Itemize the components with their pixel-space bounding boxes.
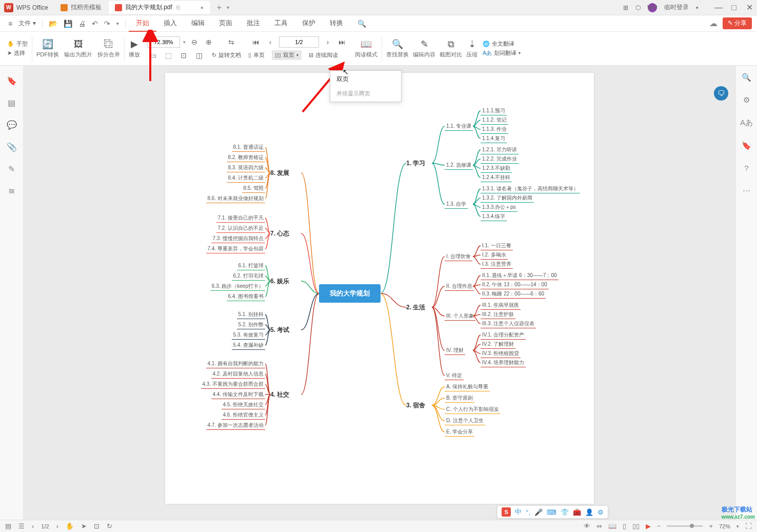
sb-play-icon[interactable]: ▶ [646,522,651,530]
grid-icon[interactable]: ⊞ [623,4,628,11]
avatar[interactable]: WP [648,3,657,12]
page-input[interactable] [279,36,319,48]
sb-zoom-in-icon[interactable]: + [709,522,713,530]
zoom-in-button[interactable]: ⊕ [203,36,214,48]
close-button[interactable]: ✕ [746,4,753,11]
last-page-button[interactable]: ⏭ [336,36,348,48]
sb-fit-icon[interactable]: ⊡ [94,522,99,530]
ime-skin-icon[interactable]: 👕 [561,508,569,516]
ime-lang[interactable]: 中 [515,507,522,517]
undo-icon[interactable]: ↶ [89,17,101,30]
select-tool[interactable]: ➤选择 [7,49,25,57]
menu-保护[interactable]: 保护 [295,15,323,32]
sb-prev-icon[interactable]: ‹ [32,522,34,530]
new-tab-button[interactable]: + [217,3,222,12]
ime-voice-icon[interactable]: 🎤 [534,508,543,516]
attachment-icon[interactable]: 📎 [7,142,17,152]
translate-panel-icon[interactable]: Aあ [740,118,753,128]
fit-page-icon[interactable]: ▭ [147,50,158,61]
thumbnail-icon[interactable]: ▤ [8,98,15,108]
redo-dropdown-icon[interactable]: ▾ [113,19,122,28]
dropdown-option-double[interactable]: 双页 [330,71,401,88]
floating-assistant-button[interactable]: 🗨 [714,86,728,101]
reading-mode-button[interactable]: 📖 阅读模式 [355,38,377,58]
menu-工具[interactable]: 工具 [267,15,295,32]
export-image-button[interactable]: 🖼 输出为图片 [64,38,92,58]
sb-rotate-icon[interactable]: ↻ [107,522,112,530]
menu-开始[interactable]: 开始 [129,15,156,32]
single-page-button[interactable]: ▯单页 [245,50,268,60]
redo-icon[interactable]: ↷ [101,17,113,30]
menu-页面[interactable]: 页面 [212,15,240,32]
fulltext-translate-button[interactable]: 🌐全文翻译 [483,40,514,48]
sb-zoom-out-icon[interactable]: − [657,522,661,530]
signature-icon[interactable]: ✎ [8,164,15,174]
play-button[interactable]: ▶ 播放 [129,38,140,58]
fit-icon-2[interactable]: ◫ [193,50,205,61]
zoom-slider[interactable] [667,525,703,527]
login-status[interactable]: 临时登录 [664,3,689,12]
next-page-button[interactable]: › [322,36,333,48]
split-merge-button[interactable]: ⿻ 拆分合并 [97,38,120,58]
sb-select-icon[interactable]: ➤ [81,522,87,530]
open-icon[interactable]: 📂 [46,17,61,30]
minimize-button[interactable]: — [715,4,722,11]
zoom-dropdown-icon[interactable]: ▾ [183,40,186,45]
double-page-button[interactable]: ▯▯双页 ▾ [272,50,302,60]
settings-icon[interactable]: ⚙ [743,95,750,105]
edit-content-button[interactable]: ✎ 编辑内容 [413,38,435,58]
zoom-out-button[interactable]: ⊖ [189,36,200,48]
fit-width-icon[interactable]: ⇆ [226,36,237,48]
actual-size-icon[interactable]: ⬚ [163,50,174,61]
sb-fitwidth-icon[interactable]: ⇔ [596,522,602,530]
cloud-icon[interactable]: ☁ [709,18,718,28]
hand-tool[interactable]: ✋手型 [7,40,28,48]
login-dropdown-icon[interactable]: ▾ [696,5,699,10]
first-page-button[interactable]: ⏮ [250,36,262,48]
search-panel-icon[interactable]: 🔍 [742,73,751,82]
more-icon[interactable]: ⋯ [743,186,750,195]
maximize-button[interactable]: □ [730,4,738,11]
sb-book-icon[interactable]: 📖 [608,522,616,530]
tab-close[interactable]: ● [201,5,204,10]
comment-icon[interactable]: 💬 [7,120,17,130]
tab-document[interactable]: 我的大学规划.pdf ⎘ ● [109,1,210,14]
search-icon[interactable]: 🔍 [354,17,369,30]
fit-icon[interactable]: ⊡ [178,50,189,61]
find-replace-button[interactable]: 🔍 查找替换 [386,38,409,58]
layers-icon[interactable]: ≋ [8,186,15,196]
sb-next-icon[interactable]: › [56,522,58,530]
ime-punct-icon[interactable]: °, [526,508,530,516]
file-menu[interactable]: 文件 ▾ [15,17,38,30]
bookmark-panel-icon[interactable]: 🔖 [742,141,751,150]
menu-编辑[interactable]: 编辑 [184,15,212,32]
screenshot-compare-button[interactable]: ⧉ 截图对比 [440,38,462,58]
ime-user-icon[interactable]: 👤 [585,508,593,516]
prev-page-button[interactable]: ‹ [265,36,276,48]
sb-eye-icon[interactable]: 👁 [584,522,590,530]
zoom-input[interactable] [147,36,180,48]
bookmark-icon[interactable]: 🔖 [7,76,17,86]
pdf-convert-button[interactable]: 🔄 PDF转换 [36,38,59,58]
word-translate-button[interactable]: Aあ划词翻译 ▾ [483,49,521,57]
menu-hamburger-icon[interactable]: ≡ [5,17,15,30]
rotate-doc-button[interactable]: ↻ 旋转文档 [212,51,241,59]
ime-keyboard-icon[interactable]: ⌨ [547,508,556,516]
compress-button[interactable]: ⇣ 压缩 [466,38,477,58]
tab-menu-button[interactable]: ▾ [227,5,229,10]
ime-toolbar[interactable]: S 中 °, 🎤 ⌨ 👕 🧰 👤 ⚙ [497,505,608,519]
sb-double-icon[interactable]: ▯▯ [632,522,640,530]
help-icon[interactable]: ? [744,164,748,172]
menu-转换[interactable]: 转换 [323,15,350,32]
share-button[interactable]: ✎ 分享 [723,17,752,29]
tab-templates[interactable]: 找稻壳模板 [54,1,108,14]
save-icon[interactable]: 💾 [61,17,75,30]
menu-插入[interactable]: 插入 [156,15,184,32]
sb-thumbnail-icon[interactable]: ▤ [5,522,11,530]
sb-outline-icon[interactable]: ☰ [18,522,25,530]
sb-zoom-dropdown-icon[interactable]: ▾ [736,524,739,529]
sb-hand-icon[interactable]: ✋ [66,522,74,530]
sb-single-icon[interactable]: ▯ [623,522,626,530]
ime-settings-icon[interactable]: ⚙ [597,508,604,516]
menu-批注[interactable]: 批注 [240,15,267,32]
